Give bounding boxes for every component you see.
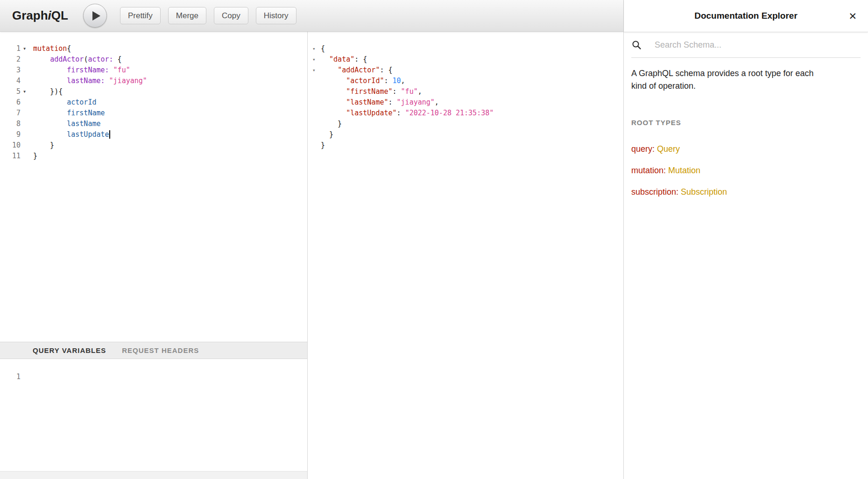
logo-text-i: i <box>48 8 51 22</box>
code-line: 4 lastName: "jiayang" <box>0 76 307 86</box>
code-text: } <box>321 140 325 151</box>
copy-button[interactable]: Copy <box>214 7 248 24</box>
code-line: 2 addActor(actor: { <box>0 54 307 65</box>
root-type-mutation: mutation:Mutation <box>631 166 861 176</box>
close-icon: ✕ <box>848 11 857 21</box>
code-line: ▾ "addActor": { <box>308 65 623 76</box>
code-text: actorId <box>28 97 96 108</box>
query-variables-editor[interactable]: 1 <box>0 359 307 472</box>
root-type-query: query:Query <box>631 144 861 154</box>
play-icon <box>92 11 100 21</box>
graphiql-logo: GraphiQL <box>12 8 68 23</box>
code-line: 10 } <box>0 140 307 151</box>
execute-button[interactable] <box>83 4 107 28</box>
code-text: firstName: "fu" <box>28 65 130 76</box>
horizontal-scrollbar[interactable] <box>0 471 307 479</box>
fold-spacer <box>21 97 28 108</box>
search-icon <box>631 40 642 50</box>
schema-search-input[interactable] <box>654 40 861 50</box>
code-text: } <box>321 129 333 140</box>
line-number: 7 <box>0 108 21 119</box>
line-number: 5 <box>0 86 21 97</box>
code-text <box>28 372 33 382</box>
code-line: "actorId": 10, <box>308 76 623 86</box>
logo-text-ql: QL <box>51 8 68 22</box>
code-text: "data": { <box>321 54 367 65</box>
line-number: 8 <box>0 119 21 129</box>
code-text: } <box>321 119 342 129</box>
toolbar: GraphiQL Prettify Merge Copy History <box>0 0 623 32</box>
code-line: "lastUpdate": "2022-10-28 21:35:38" <box>308 108 623 119</box>
code-line: 5▾ }){ <box>0 86 307 97</box>
line-number: 3 <box>0 65 21 76</box>
fold-spacer <box>308 119 321 129</box>
code-text: "lastUpdate": "2022-10-28 21:35:38" <box>321 108 494 119</box>
fold-arrow-icon[interactable]: ▾ <box>308 43 321 54</box>
code-line: } <box>308 119 623 129</box>
fold-arrow-icon[interactable]: ▾ <box>21 43 28 54</box>
prettify-button[interactable]: Prettify <box>120 7 161 24</box>
line-number: 4 <box>0 76 21 86</box>
fold-spacer <box>308 129 321 140</box>
code-text: lastUpdate <box>28 129 110 140</box>
fold-spacer <box>308 76 321 86</box>
fold-spacer <box>21 151 28 162</box>
type-link-subscription[interactable]: Subscription <box>681 187 727 197</box>
line-number: 1 <box>0 43 21 54</box>
fold-arrow-icon[interactable]: ▾ <box>308 54 321 65</box>
code-line: 8 lastName <box>0 119 307 129</box>
root-types-list: query:Query mutation:Mutation subscripti… <box>631 144 861 197</box>
fold-spacer <box>21 54 28 65</box>
fold-spacer <box>308 140 321 151</box>
code-line: 11} <box>0 151 307 162</box>
keyword-label: query: <box>631 144 655 154</box>
fold-spacer <box>21 372 28 382</box>
fold-spacer <box>308 108 321 119</box>
history-button[interactable]: History <box>256 7 296 24</box>
logo-text-graph: Graph <box>12 8 48 22</box>
graphiql-app: GraphiQL Prettify Merge Copy History 1▾m… <box>0 0 868 479</box>
fold-spacer <box>21 108 28 119</box>
keyword-label: subscription: <box>631 187 678 197</box>
text-cursor <box>109 130 110 139</box>
line-number: 2 <box>0 54 21 65</box>
query-editor[interactable]: 1▾mutation{2 addActor(actor: {3 firstNam… <box>0 32 307 353</box>
code-text: lastName: "jiayang" <box>28 76 147 86</box>
code-text: addActor(actor: { <box>28 54 122 65</box>
code-text: lastName <box>28 119 101 129</box>
fold-spacer <box>308 86 321 97</box>
result-viewer: ▾{▾ "data": {▾ "addActor": { "actorId": … <box>308 32 623 479</box>
variables-header-bar: QUERY VARIABLES REQUEST HEADERS <box>0 342 307 359</box>
fold-spacer <box>21 76 28 86</box>
code-line: 1▾mutation{ <box>0 43 307 54</box>
code-line: "firstName": "fu", <box>308 86 623 97</box>
doc-close-button[interactable]: ✕ <box>847 9 859 23</box>
doc-search-bar <box>631 32 861 58</box>
code-text: } <box>28 140 54 151</box>
fold-spacer <box>21 129 28 140</box>
code-line: 1 <box>0 372 307 382</box>
code-line: 6 actorId <box>0 97 307 108</box>
line-number: 11 <box>0 151 21 162</box>
fold-spacer <box>21 119 28 129</box>
line-number: 10 <box>0 140 21 151</box>
documentation-explorer: Documentation Explorer ✕ A GraphQL schem… <box>623 0 868 479</box>
tab-request-headers[interactable]: REQUEST HEADERS <box>122 346 199 354</box>
code-text: "addActor": { <box>321 65 393 76</box>
code-line: } <box>308 129 623 140</box>
code-text: mutation{ <box>28 43 71 54</box>
code-line: ▾ "data": { <box>308 54 623 65</box>
tab-query-variables[interactable]: QUERY VARIABLES <box>33 346 106 354</box>
doc-category-title: ROOT TYPES <box>631 119 861 127</box>
root-type-subscription: subscription:Subscription <box>631 187 861 197</box>
type-link-query[interactable]: Query <box>657 144 680 154</box>
merge-button[interactable]: Merge <box>168 7 206 24</box>
fold-arrow-icon[interactable]: ▾ <box>21 86 28 97</box>
type-link-mutation[interactable]: Mutation <box>668 166 700 175</box>
doc-explorer-header: Documentation Explorer ✕ <box>624 0 868 32</box>
fold-arrow-icon[interactable]: ▾ <box>308 65 321 76</box>
fold-spacer <box>21 140 28 151</box>
code-line: 9 lastUpdate <box>0 129 307 140</box>
keyword-label: mutation: <box>631 166 666 175</box>
line-number: 1 <box>0 372 21 382</box>
